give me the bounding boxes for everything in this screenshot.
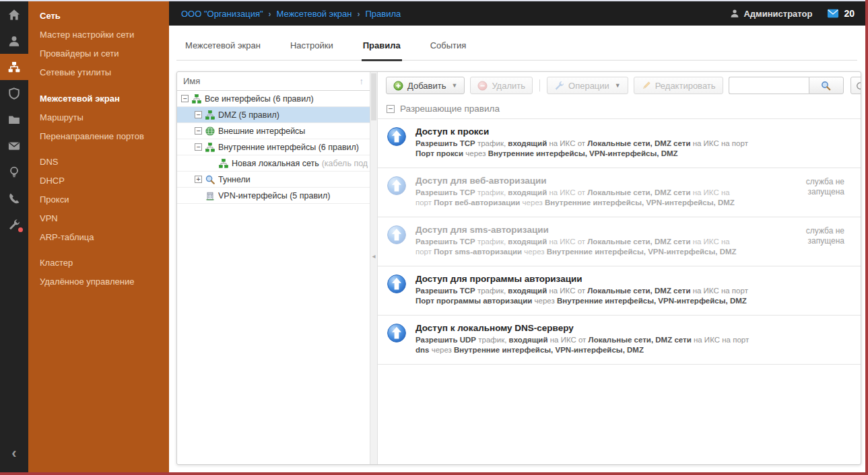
collapse-group-icon[interactable]: − — [387, 105, 395, 113]
rule-item[interactable]: Доступ к локальному DNS-серверуРазрешить… — [378, 316, 861, 365]
sort-ascending-icon[interactable]: ↑ — [360, 72, 364, 90]
search-input[interactable] — [729, 77, 809, 94]
collapse-rail-button[interactable]: ‹ — [0, 447, 28, 460]
user-name: Администратор — [743, 9, 812, 19]
chevron-down-icon: ▼ — [615, 82, 621, 89]
magnifier-icon — [205, 175, 215, 184]
rule-list: Доступ к проксиРазрешить TCP трафик, вхо… — [378, 118, 861, 365]
allow-rule-icon — [387, 274, 407, 294]
rule-description: Разрешить UDP трафик, входящий на ИКС от… — [415, 335, 760, 355]
tree-column-header[interactable]: Имя ↑ — [177, 72, 370, 91]
tree-item[interactable]: +Туннели — [177, 172, 370, 188]
rule-item[interactable]: Доступ к проксиРазрешить TCP трафик, вхо… — [378, 119, 861, 168]
tree-item[interactable]: −Внешние интерфейсы — [177, 123, 370, 139]
tab-item[interactable]: Настройки — [289, 34, 335, 60]
tree-item[interactable]: −DMZ (5 правил) — [177, 107, 370, 123]
bulb-icon — [8, 166, 20, 178]
rule-description: Разрешить TCP трафик, входящий на ИКС от… — [415, 139, 760, 159]
rule-title: Доступ для программы авторизации — [415, 274, 760, 284]
menu-item[interactable]: DNS — [28, 152, 169, 171]
menu-item[interactable]: Прокси — [28, 190, 169, 209]
window-frame-right — [865, 0, 868, 475]
menu-item[interactable]: Перенаправление портов — [28, 126, 169, 145]
rail-item-home[interactable] — [0, 1, 28, 28]
menu-item[interactable]: Маршруты — [28, 108, 169, 126]
allow-rule-icon — [387, 126, 407, 147]
rail-item-folder[interactable] — [0, 106, 28, 133]
collapse-left-icon[interactable]: ◂ — [370, 252, 377, 260]
collapse-node-icon[interactable]: − — [181, 95, 189, 102]
panel-splitter[interactable]: ◂ — [370, 72, 378, 464]
rule-item[interactable]: Доступ для программы авторизацииРазрешит… — [378, 266, 861, 316]
phone-icon — [8, 192, 20, 205]
menu-item[interactable]: Удалённое управление — [28, 272, 169, 291]
rule-item[interactable]: Доступ для веб-авторизацииРазрешить TCP … — [378, 168, 861, 217]
tab-item[interactable]: События — [429, 34, 468, 60]
tree-item-label: Все интерфейсы (6 правил) — [205, 94, 314, 104]
rail-item-bulb[interactable] — [0, 159, 28, 185]
tree-item[interactable]: −Все интерфейсы (6 правил) — [177, 91, 370, 107]
menu-item[interactable]: Кластер — [28, 253, 169, 272]
window-frame-top — [0, 0, 868, 1]
collapse-node-icon[interactable]: − — [195, 143, 202, 151]
chevron-down-icon: ▼ — [451, 82, 457, 89]
menu-item[interactable]: Провайдеры и сети — [28, 44, 169, 63]
menu-group: Межсетевой экранМаршрутыПеренаправление … — [28, 88, 169, 145]
toolbar-separator — [539, 79, 540, 92]
menu-item[interactable]: ARP-таблица — [28, 227, 169, 246]
operations-button[interactable]: Операции ▼ — [547, 77, 628, 94]
edit-button[interactable]: Редактировать — [634, 77, 723, 94]
rule-title: Доступ к локальному DNS-серверу — [415, 323, 760, 333]
menu-item[interactable]: DHCP — [28, 171, 169, 190]
current-user[interactable]: Администратор — [730, 9, 812, 19]
window-frame-bottom — [0, 472, 868, 475]
menu-item[interactable]: VPN — [28, 209, 169, 227]
add-icon — [393, 81, 403, 91]
collapse-node-icon[interactable]: − — [195, 127, 202, 135]
menu-item[interactable]: Мастер настройки сети — [28, 25, 169, 44]
splitter-thumb[interactable] — [371, 73, 376, 120]
search-group — [729, 77, 861, 94]
tree-column-title: Имя — [183, 76, 200, 86]
rail-item-wrench[interactable] — [0, 211, 28, 238]
mail-count: 20 — [844, 8, 855, 19]
shield-icon — [8, 87, 20, 100]
tab-item[interactable]: Межсетевой экран — [184, 34, 262, 60]
add-button[interactable]: Добавить ▼ — [386, 77, 465, 94]
expand-node-icon[interactable]: + — [195, 176, 202, 183]
rail-item-network[interactable] — [0, 54, 28, 80]
rule-item[interactable]: Доступ для sms-авторизацииРазрешить TCP … — [378, 217, 861, 266]
breadcrumb: ООО "Организация"›Межсетевой экран›Прави… — [181, 7, 401, 20]
breadcrumb-link[interactable]: ООО "Организация" — [181, 9, 263, 19]
net-icon — [219, 159, 228, 168]
top-bar: ООО "Организация"›Межсетевой экран›Прави… — [169, 1, 865, 26]
tree-item-label: Новая локальная сеть — [232, 159, 319, 168]
tree-item-label: Туннели — [218, 175, 251, 184]
icon-rail: ‹ — [0, 1, 28, 472]
rail-item-user[interactable] — [0, 28, 28, 54]
tree-item-suffix: (кабель под — [322, 159, 368, 168]
add-button-label: Добавить — [407, 81, 446, 91]
folder-icon — [8, 114, 20, 126]
delete-button[interactable]: Удалить — [470, 77, 533, 94]
breadcrumb-separator: › — [269, 9, 271, 19]
menu-item[interactable]: Сетевые утилиты — [28, 63, 169, 81]
tree-item-label: Внутренние интерфейсы (6 правил) — [218, 143, 359, 152]
rail-item-mail[interactable] — [0, 133, 28, 159]
menu-group: DNSDHCPПроксиVPNARP-таблица — [28, 152, 169, 246]
refresh-button[interactable] — [850, 77, 861, 94]
collapse-node-icon[interactable]: − — [195, 111, 202, 118]
allow-rule-icon — [387, 176, 407, 196]
search-button[interactable] — [809, 77, 844, 94]
tree-item[interactable]: Новая локальная сеть(кабель под — [177, 155, 370, 172]
interfaces-tree-panel: Имя ↑ −Все интерфейсы (6 правил)−DMZ (5 … — [177, 72, 370, 464]
tab-active-item[interactable]: Правила — [362, 34, 402, 61]
rail-item-shield[interactable] — [0, 80, 28, 106]
mail-indicator[interactable]: 20 — [827, 8, 855, 19]
tree-item[interactable]: −Внутренние интерфейсы (6 правил) — [177, 139, 370, 155]
breadcrumb-link[interactable]: Межсетевой экран — [277, 9, 352, 19]
breadcrumb-link[interactable]: Правила — [366, 9, 401, 19]
nav-menu: СетьМастер настройки сетиПровайдеры и се… — [28, 1, 169, 472]
rail-item-phone[interactable] — [0, 185, 28, 211]
tree-item[interactable]: VPN-интерфейсы (5 правил) — [177, 188, 370, 204]
